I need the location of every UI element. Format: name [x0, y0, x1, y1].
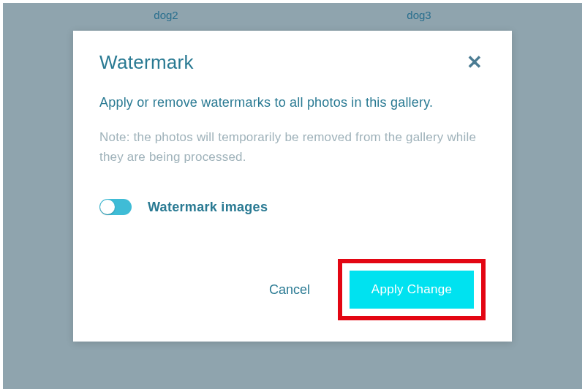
- watermark-toggle[interactable]: [99, 199, 132, 215]
- modal-subtitle: Apply or remove watermarks to all photos…: [99, 93, 486, 113]
- thumb-label: dog2: [154, 9, 178, 21]
- close-icon: ✕: [467, 51, 483, 73]
- watermark-modal: Watermark ✕ Apply or remove watermarks t…: [73, 31, 512, 342]
- apply-change-button[interactable]: Apply Change: [350, 271, 474, 309]
- cancel-button[interactable]: Cancel: [266, 276, 313, 304]
- toggle-knob: [100, 200, 115, 214]
- apply-highlight-annotation: Apply Change: [338, 259, 486, 320]
- close-button[interactable]: ✕: [464, 51, 486, 73]
- thumb-label: dog3: [407, 9, 431, 21]
- app-background: dog2 dog3 Watermark ✕ Apply or remove wa…: [3, 3, 582, 389]
- modal-title: Watermark: [99, 51, 194, 74]
- modal-note: Note: the photos will temporarily be rem…: [99, 127, 486, 167]
- watermark-toggle-row: Watermark images: [99, 199, 486, 215]
- gallery-thumb-labels: dog2 dog3: [3, 9, 582, 21]
- watermark-toggle-label: Watermark images: [148, 200, 268, 215]
- modal-actions: Cancel Apply Change: [99, 259, 486, 320]
- modal-header: Watermark ✕: [99, 51, 486, 74]
